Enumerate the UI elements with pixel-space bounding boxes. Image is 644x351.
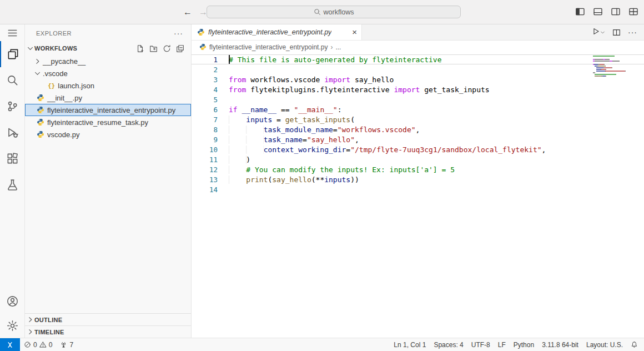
search-icon [314, 8, 321, 16]
status-indentation[interactable]: Spaces: 4 [430, 338, 467, 351]
outline-section[interactable]: OUTLINE [25, 313, 191, 325]
activity-bar-source-control[interactable] [0, 93, 25, 119]
tree-item-launch.json[interactable]: {}launch.json [25, 79, 191, 92]
status-language-mode[interactable]: Python [510, 338, 538, 351]
status-interpreter[interactable]: 3.11.8 64-bit [538, 338, 582, 351]
new-folder-icon[interactable] [149, 44, 158, 53]
toggle-secondary-sidebar-icon[interactable] [611, 7, 621, 17]
code-line-4[interactable]: 4from flytekitplugins.flyteinteractive i… [192, 84, 644, 94]
status-keyboard-layout[interactable]: Layout: U.S. [582, 338, 627, 351]
activity-bar-explorer[interactable] [0, 41, 25, 67]
tree-item-label: vscode.py [47, 131, 80, 139]
bell-icon [631, 341, 638, 348]
command-center-search[interactable]: workflows [207, 6, 461, 18]
chevron-right-icon [26, 315, 34, 324]
code-line-13[interactable]: 13 print(say_hello(**inputs)) [192, 174, 644, 184]
activity-bar-run-debug[interactable] [0, 119, 25, 146]
outline-label: OUTLINE [34, 317, 62, 323]
tree-item-.vscode[interactable]: .vscode [25, 67, 191, 79]
file-tree: __pycache__.vscode{}launch.json__init__.… [25, 54, 191, 313]
code-line-1[interactable]: 1# This file is auto-generated by flytei… [192, 54, 644, 64]
tree-item--init-.py[interactable]: __init__.py [25, 92, 191, 104]
line-number[interactable]: 3 [192, 76, 218, 84]
back-button[interactable]: ← [183, 6, 192, 18]
editor-more-actions-icon[interactable]: ··· [628, 29, 637, 35]
line-number[interactable]: 11 [192, 156, 218, 164]
code-line-6[interactable]: 6if __name__ == "__main__": [192, 104, 644, 114]
python-file-icon [37, 106, 44, 114]
toggle-primary-sidebar-icon[interactable] [575, 7, 585, 17]
line-number[interactable]: 4 [192, 86, 218, 94]
line-number[interactable]: 5 [192, 96, 218, 104]
tree-item-flyteinteractive-interactive-entrypoint.py[interactable]: flyteinteractive_interactive_entrypoint.… [25, 104, 191, 116]
customize-layout-icon[interactable] [628, 7, 638, 17]
line-number[interactable]: 7 [192, 116, 218, 124]
line-content: inputs = get_task_inputs( [218, 116, 355, 124]
status-encoding[interactable]: UTF-8 [467, 338, 494, 351]
tree-item--pycache-[interactable]: __pycache__ [25, 55, 191, 67]
breadcrumb-file[interactable]: flyteinteractive_interactive_entrypoint.… [209, 43, 328, 51]
code-line-7[interactable]: 7 inputs = get_task_inputs( [192, 114, 644, 124]
activity-bar-account[interactable] [0, 289, 25, 313]
editor-group: flyteinteractive_interactive_entrypoint.… [192, 24, 644, 338]
run-debug-icon [7, 127, 18, 138]
tab-flyteinteractive-interactive-entrypoint[interactable]: flyteinteractive_interactive_entrypoint.… [192, 24, 362, 40]
refresh-icon[interactable] [163, 44, 171, 53]
activity-bar-extensions[interactable] [0, 146, 25, 172]
line-content: # You can modify the inputs! Ex: inputs[… [218, 166, 455, 174]
status-cursor-position[interactable]: Ln 1, Col 1 [390, 338, 430, 351]
code-line-12[interactable]: 12 # You can modify the inputs! Ex: inpu… [192, 164, 644, 174]
tree-item-label: launch.json [58, 82, 94, 90]
ports-status[interactable]: 7 [56, 338, 77, 351]
minimap[interactable] [593, 56, 635, 79]
remote-indicator[interactable] [0, 338, 20, 351]
collapse-all-icon[interactable] [176, 44, 184, 53]
warnings-icon [39, 341, 47, 348]
tree-item-vscode.py[interactable]: vscode.py [25, 128, 191, 141]
line-number[interactable]: 12 [192, 166, 218, 174]
tree-item-flyteinteractive-resume-task.py[interactable]: flyteinteractive_resume_task.py [25, 116, 191, 128]
code-line-3[interactable]: 3from workflows.vscode import say_hello [192, 74, 644, 84]
line-number[interactable]: 9 [192, 136, 218, 144]
menu-icon [7, 27, 18, 39]
line-content: print(say_hello(**inputs)) [218, 176, 359, 184]
line-number[interactable]: 6 [192, 106, 218, 114]
timeline-section[interactable]: TIMELINE [25, 325, 191, 338]
activity-bar-settings[interactable] [0, 313, 25, 338]
code-line-10[interactable]: 10 context_working_dir="/tmp/flyte-7uuq3… [192, 144, 644, 154]
explorer-more-actions-icon[interactable]: ··· [174, 29, 183, 38]
code-editor[interactable]: 1# This file is auto-generated by flytei… [192, 53, 644, 338]
tree-item-label: flyteinteractive_resume_task.py [47, 118, 148, 127]
activity-bar-menu[interactable] [0, 24, 25, 41]
status-eol[interactable]: LF [494, 338, 510, 351]
split-editor-icon[interactable] [612, 28, 621, 37]
code-line-5[interactable]: 5 [192, 94, 644, 104]
breadcrumb-more[interactable]: ... [335, 43, 341, 51]
code-line-8[interactable]: 8 task_module_name="workflows.vscode", [192, 124, 644, 134]
code-line-14[interactable]: 14 [192, 184, 644, 194]
problems-status[interactable]: 0 0 [20, 338, 56, 351]
run-python-file-button[interactable] [592, 27, 605, 37]
activity-bar-testing[interactable] [0, 172, 25, 198]
new-file-icon[interactable] [136, 44, 144, 53]
explorer-actions [136, 44, 191, 53]
workflows-section-header[interactable]: WORKFLOWS [25, 42, 191, 54]
activity-bar-search[interactable] [0, 67, 25, 93]
code-line-2[interactable]: 2 [192, 64, 644, 74]
line-number[interactable]: 1 [192, 56, 218, 64]
line-number[interactable]: 13 [192, 176, 218, 184]
notifications-bell[interactable] [627, 338, 642, 351]
line-number[interactable]: 8 [192, 126, 218, 134]
errors-count: 0 [33, 341, 37, 349]
json-file-icon: {} [48, 82, 55, 89]
python-file-icon [197, 28, 205, 36]
line-number[interactable]: 14 [192, 185, 218, 194]
explorer-icon [7, 48, 19, 60]
line-content: # This file is auto-generated by flytein… [218, 56, 442, 64]
line-number[interactable]: 10 [192, 146, 218, 154]
close-tab-icon[interactable]: × [352, 28, 357, 36]
line-number[interactable]: 2 [192, 66, 218, 74]
code-line-11[interactable]: 11 ) [192, 154, 644, 164]
toggle-panel-icon[interactable] [593, 7, 603, 17]
code-line-9[interactable]: 9 task_name="say_hello", [192, 134, 644, 144]
